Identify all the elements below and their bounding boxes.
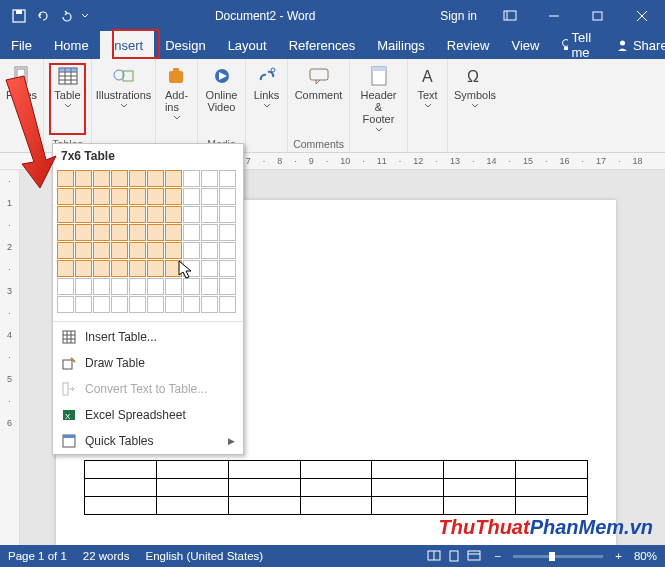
grid-cell[interactable] bbox=[57, 188, 74, 205]
grid-cell[interactable] bbox=[93, 242, 110, 259]
grid-cell[interactable] bbox=[165, 206, 182, 223]
zoom-level[interactable]: 80% bbox=[634, 550, 657, 562]
grid-cell[interactable] bbox=[93, 296, 110, 313]
zoom-out-button[interactable]: − bbox=[495, 550, 502, 562]
grid-cell[interactable] bbox=[219, 188, 236, 205]
grid-cell[interactable] bbox=[183, 224, 200, 241]
grid-cell[interactable] bbox=[111, 224, 128, 241]
grid-cell[interactable] bbox=[219, 278, 236, 295]
grid-cell[interactable] bbox=[57, 170, 74, 187]
grid-cell[interactable] bbox=[93, 260, 110, 277]
signin-link[interactable]: Sign in bbox=[440, 9, 477, 23]
grid-cell[interactable] bbox=[75, 224, 92, 241]
grid-cell[interactable] bbox=[165, 224, 182, 241]
grid-cell[interactable] bbox=[183, 170, 200, 187]
grid-cell[interactable] bbox=[129, 206, 146, 223]
status-words[interactable]: 22 words bbox=[83, 550, 130, 562]
grid-cell[interactable] bbox=[57, 242, 74, 259]
share-button[interactable]: Share bbox=[606, 31, 665, 59]
grid-cell[interactable] bbox=[111, 260, 128, 277]
grid-cell[interactable] bbox=[219, 224, 236, 241]
grid-cell[interactable] bbox=[111, 170, 128, 187]
tab-file[interactable]: File bbox=[0, 31, 43, 59]
grid-cell[interactable] bbox=[93, 224, 110, 241]
grid-cell[interactable] bbox=[147, 224, 164, 241]
grid-cell[interactable] bbox=[201, 170, 218, 187]
grid-cell[interactable] bbox=[75, 260, 92, 277]
grid-cell[interactable] bbox=[219, 260, 236, 277]
draw-table-item[interactable]: Draw Table bbox=[53, 350, 243, 376]
excel-spreadsheet-item[interactable]: X Excel Spreadsheet bbox=[53, 402, 243, 428]
grid-cell[interactable] bbox=[201, 260, 218, 277]
grid-cell[interactable] bbox=[57, 296, 74, 313]
tab-insert[interactable]: Insert bbox=[100, 31, 155, 59]
print-layout-icon[interactable] bbox=[445, 548, 463, 564]
grid-cell[interactable] bbox=[219, 170, 236, 187]
comment-button[interactable]: Comment bbox=[293, 63, 345, 135]
grid-cell[interactable] bbox=[183, 260, 200, 277]
grid-cell[interactable] bbox=[93, 206, 110, 223]
grid-cell[interactable] bbox=[129, 260, 146, 277]
grid-cell[interactable] bbox=[129, 296, 146, 313]
quick-tables-item[interactable]: Quick Tables ▶ bbox=[53, 428, 243, 454]
table-button[interactable]: Table bbox=[49, 63, 85, 135]
grid-cell[interactable] bbox=[219, 242, 236, 259]
grid-cell[interactable] bbox=[201, 296, 218, 313]
grid-cell[interactable] bbox=[111, 242, 128, 259]
tab-mailings[interactable]: Mailings bbox=[366, 31, 436, 59]
tab-layout[interactable]: Layout bbox=[217, 31, 278, 59]
grid-cell[interactable] bbox=[111, 188, 128, 205]
tell-me-button[interactable]: Tell me bbox=[550, 30, 606, 60]
tab-view[interactable]: View bbox=[500, 31, 550, 59]
grid-cell[interactable] bbox=[129, 224, 146, 241]
grid-cell[interactable] bbox=[147, 206, 164, 223]
grid-cell[interactable] bbox=[165, 278, 182, 295]
tab-home[interactable]: Home bbox=[43, 31, 100, 59]
grid-cell[interactable] bbox=[111, 296, 128, 313]
illustrations-button[interactable]: Illustrations bbox=[94, 63, 154, 135]
grid-cell[interactable] bbox=[93, 278, 110, 295]
grid-cell[interactable] bbox=[147, 278, 164, 295]
online-video-button[interactable]: OnlineVideo bbox=[204, 63, 240, 135]
maximize-button[interactable] bbox=[579, 0, 617, 31]
grid-cell[interactable] bbox=[93, 170, 110, 187]
grid-cell[interactable] bbox=[57, 278, 74, 295]
redo-icon[interactable] bbox=[56, 5, 78, 27]
document-table[interactable] bbox=[84, 460, 588, 515]
insert-table-item[interactable]: Insert Table... bbox=[53, 324, 243, 350]
grid-cell[interactable] bbox=[183, 206, 200, 223]
grid-cell[interactable] bbox=[75, 296, 92, 313]
grid-cell[interactable] bbox=[147, 260, 164, 277]
text-button[interactable]: A Text bbox=[414, 63, 442, 135]
grid-cell[interactable] bbox=[93, 188, 110, 205]
grid-cell[interactable] bbox=[57, 224, 74, 241]
status-language[interactable]: English (United States) bbox=[146, 550, 264, 562]
close-button[interactable] bbox=[623, 0, 661, 31]
read-mode-icon[interactable] bbox=[425, 548, 443, 564]
grid-cell[interactable] bbox=[183, 188, 200, 205]
undo-icon[interactable] bbox=[32, 5, 54, 27]
grid-cell[interactable] bbox=[201, 278, 218, 295]
zoom-in-button[interactable]: + bbox=[615, 550, 622, 562]
grid-cell[interactable] bbox=[129, 170, 146, 187]
grid-cell[interactable] bbox=[111, 278, 128, 295]
grid-cell[interactable] bbox=[147, 170, 164, 187]
web-layout-icon[interactable] bbox=[465, 548, 483, 564]
table-grid-picker[interactable] bbox=[53, 168, 243, 319]
ribbon-options-icon[interactable] bbox=[491, 0, 529, 31]
grid-cell[interactable] bbox=[111, 206, 128, 223]
grid-cell[interactable] bbox=[183, 242, 200, 259]
grid-cell[interactable] bbox=[147, 188, 164, 205]
grid-cell[interactable] bbox=[147, 296, 164, 313]
save-icon[interactable] bbox=[8, 5, 30, 27]
tab-references[interactable]: References bbox=[278, 31, 366, 59]
grid-cell[interactable] bbox=[75, 242, 92, 259]
tab-design[interactable]: Design bbox=[154, 31, 216, 59]
grid-cell[interactable] bbox=[129, 188, 146, 205]
zoom-slider[interactable] bbox=[513, 555, 603, 558]
grid-cell[interactable] bbox=[165, 188, 182, 205]
grid-cell[interactable] bbox=[201, 224, 218, 241]
grid-cell[interactable] bbox=[75, 170, 92, 187]
addins-button[interactable]: Add-ins bbox=[163, 63, 191, 135]
qat-customize-icon[interactable] bbox=[80, 5, 90, 27]
